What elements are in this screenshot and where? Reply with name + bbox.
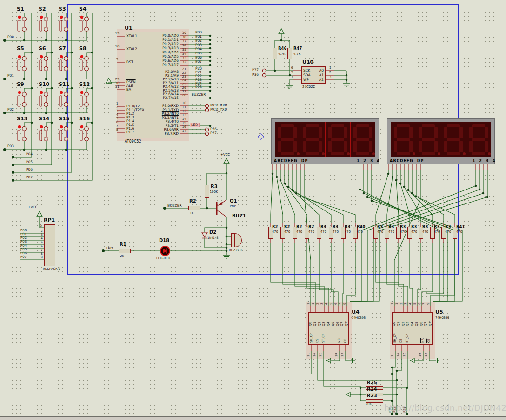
button-label: S5 [17, 46, 24, 52]
seg-e [419, 141, 422, 152]
wire [350, 170, 479, 301]
net-label: P25 [188, 85, 209, 89]
contact-icon [22, 127, 27, 131]
pin-label: OE [344, 339, 347, 343]
wire [271, 170, 273, 223]
button-led-icon [40, 125, 43, 128]
resistor-value: 470 [333, 230, 339, 234]
junction-dot [406, 413, 408, 415]
net-label: P00 [7, 35, 14, 39]
resistor-ref: R3 [411, 225, 417, 229]
pin-label: P3.2/INT0 [150, 112, 179, 116]
diode-icon [202, 232, 207, 237]
pin-label: XTAL2 [126, 47, 137, 51]
pin-label: P0.1/AD1 [150, 38, 179, 42]
seg-e [303, 141, 306, 152]
pin-label: DS [399, 339, 403, 343]
junction-dot [3, 148, 6, 151]
net-label: MCU_TXD [210, 108, 227, 112]
seg-c [409, 141, 413, 152]
seg-a [281, 124, 294, 127]
button-led-icon [18, 91, 21, 94]
pin-number: 10 [419, 353, 422, 357]
seg-g [356, 138, 369, 141]
resistor-r3[interactable] [205, 185, 209, 198]
chip-sr[interactable] [308, 312, 349, 345]
wire [205, 238, 226, 248]
left-arrow-icon [346, 393, 350, 397]
seg-a [306, 124, 319, 127]
seg-d [356, 152, 369, 155]
buzzer-ref: BUZ1 [232, 214, 246, 219]
respack[interactable] [44, 224, 55, 266]
pin-label: P0.5/AD5 [150, 55, 179, 59]
resistor-ref: R3 [333, 225, 338, 229]
button-led-icon [40, 91, 43, 94]
resistor-ref: R3 [388, 225, 394, 229]
contact-icon [22, 27, 27, 32]
contact-icon [22, 103, 27, 107]
junction-dot [12, 171, 14, 174]
pin-number: 37 [180, 40, 188, 43]
chip-ref: U1 [125, 26, 133, 31]
pin-label: P1.7 [126, 131, 134, 134]
pin-label: RST [126, 60, 133, 64]
terminal-icon [205, 108, 208, 112]
pin-label: Q6 [336, 322, 340, 326]
transistor-ref: Q1 [230, 199, 237, 204]
buzzer-body[interactable] [231, 233, 235, 247]
junction-dot [371, 200, 373, 202]
resistor-value: 470 [434, 230, 440, 234]
seg-e [469, 141, 473, 152]
button-led-icon [80, 16, 83, 19]
seg-d [472, 152, 485, 155]
pin-number: 6 [334, 303, 338, 305]
vcc-arrow-icon [279, 29, 284, 34]
led-ref: D18 [159, 238, 169, 243]
pin-number: 1 [326, 66, 334, 70]
contact-icon [85, 127, 89, 131]
button-label: S14 [39, 116, 49, 122]
junction-dot [209, 39, 212, 41]
net-label: P37 [252, 68, 259, 72]
resistor-ref: R3 [320, 225, 326, 229]
resistor-r47[interactable] [287, 48, 292, 59]
seg-g [447, 138, 460, 141]
resistor-ref: R1 [120, 242, 126, 247]
pin-number: 6 [288, 66, 296, 70]
junction-dot [3, 78, 6, 80]
contact-icon [64, 27, 68, 32]
seg-f [353, 127, 357, 138]
net-label: P07 [20, 256, 27, 259]
resistor-r1[interactable] [119, 249, 131, 253]
button-label: S10 [39, 82, 49, 87]
pin-label: Q5 [332, 322, 335, 326]
pin-number: 13 [341, 353, 344, 357]
junction-dot [276, 176, 278, 178]
resistor-r46[interactable] [273, 48, 277, 59]
junction-dot [209, 47, 212, 50]
net-label: P02 [7, 108, 14, 112]
schematic-canvas[interactable]: https://blog.csdn.net/DJDN426611 S1S2S3S… [0, 0, 506, 420]
resistor-ref: R25 [367, 381, 377, 386]
button-label: S16 [79, 116, 90, 122]
pin-number: 5 [39, 241, 43, 244]
wire [346, 351, 352, 361]
pin-number: 7 [39, 249, 43, 252]
chip-part: 74HC595 [352, 316, 366, 320]
pin-number: 12 [319, 353, 322, 357]
button-led-icon [40, 55, 43, 58]
contact-icon [64, 127, 68, 131]
junction-dot [363, 192, 365, 195]
junction-dot [482, 192, 485, 195]
pin-label: XTAL1 [126, 34, 137, 38]
resistor-r2[interactable] [188, 206, 200, 210]
pin-label: Q4 [327, 322, 330, 326]
wire [207, 173, 226, 185]
pin-number: 2 [400, 303, 403, 305]
chip-sr[interactable] [392, 312, 433, 345]
terminal-icon [205, 132, 208, 135]
resistor-value: 1K [190, 212, 194, 215]
pin-label: DS [316, 339, 319, 343]
seg-d [306, 152, 319, 155]
